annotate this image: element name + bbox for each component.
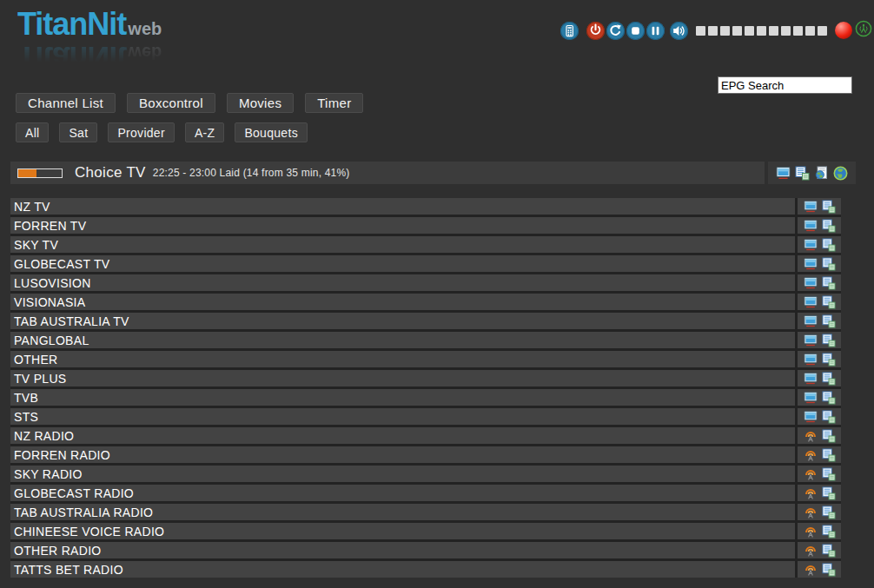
channel-name: SKY RADIO [14, 467, 83, 481]
filter-bouquets-button[interactable]: Bouquets [235, 122, 308, 142]
epg-list-icon[interactable] [822, 544, 836, 558]
stop-icon[interactable] [626, 22, 645, 40]
epg-list-icon[interactable] [822, 276, 836, 290]
epg-list-icon[interactable] [822, 200, 836, 214]
filter-sat-button[interactable]: Sat [59, 122, 97, 142]
epg-list-icon[interactable] [822, 391, 836, 405]
channel-name-cell[interactable]: PANGLOBAL [10, 332, 795, 348]
channel-name-cell[interactable]: LUSOVISION [10, 274, 795, 291]
channel-name-cell[interactable]: OTHER [10, 351, 795, 367]
epg-list-icon[interactable] [822, 295, 836, 309]
record-icon[interactable] [835, 22, 852, 39]
tv-icon[interactable] [804, 295, 818, 309]
radio-icon[interactable] [804, 525, 818, 538]
volume-square[interactable] [757, 26, 766, 36]
epg-list-icon[interactable] [822, 410, 836, 424]
epg-list-icon[interactable] [822, 505, 836, 519]
volume-square[interactable] [720, 26, 730, 36]
epg-list-icon[interactable] [822, 467, 836, 481]
channel-name-cell[interactable]: NZ RADIO [10, 427, 795, 444]
epg-list-icon[interactable] [822, 353, 836, 367]
volume-square[interactable] [781, 26, 791, 36]
epg-list-icon[interactable] [822, 448, 836, 462]
volume-square[interactable] [769, 26, 778, 36]
tv-icon[interactable] [804, 200, 818, 214]
epg-list-icon[interactable] [822, 429, 836, 443]
volume-square[interactable] [732, 26, 742, 36]
epg-list-icon[interactable] [795, 166, 810, 181]
tv-icon[interactable] [804, 257, 818, 271]
channel-name-cell[interactable]: TAB AUSTRALIA TV [10, 313, 795, 329]
epg-web-icon[interactable] [814, 166, 829, 181]
pause-icon[interactable] [646, 22, 665, 40]
tv-icon[interactable] [804, 391, 818, 405]
signal-icon[interactable] [855, 20, 872, 41]
volume-square[interactable] [793, 26, 803, 36]
epg-list-icon[interactable] [822, 372, 836, 386]
channel-name-cell[interactable]: TV PLUS [10, 370, 795, 386]
channel-name-cell[interactable]: CHINEESE VOICE RADIO [10, 523, 795, 539]
epg-list-icon[interactable] [822, 525, 836, 538]
refresh-icon[interactable] [606, 22, 625, 40]
channel-name-cell[interactable]: TATTS BET RADIO [10, 561, 795, 578]
radio-icon[interactable] [804, 544, 818, 558]
channel-name-cell[interactable]: GLOBECAST RADIO [10, 485, 795, 501]
channel-name-cell[interactable]: SKY TV [10, 236, 795, 253]
channel-name: FORREN TV [14, 219, 86, 233]
tv-icon[interactable] [804, 334, 818, 347]
channel-name-cell[interactable]: FORREN TV [10, 217, 795, 234]
nav-timer-button[interactable]: Timer [305, 93, 363, 113]
epg-search-input[interactable] [718, 76, 852, 94]
volume-square[interactable] [818, 26, 827, 36]
radio-icon[interactable] [804, 505, 818, 519]
channel-name-cell[interactable]: SKY RADIO [10, 466, 795, 482]
channel-name-cell[interactable]: FORREN RADIO [10, 446, 795, 463]
channel-name: TVB [14, 391, 38, 405]
web-globe-icon[interactable] [833, 166, 848, 181]
epg-list-icon[interactable] [822, 563, 836, 577]
tv-icon[interactable] [804, 276, 818, 290]
tv-icon[interactable] [804, 372, 818, 386]
nav-boxcontrol-button[interactable]: Boxcontrol [127, 93, 215, 113]
epg-list-icon[interactable] [822, 486, 836, 500]
tv-icon[interactable] [804, 238, 818, 252]
brand-sub: web [128, 19, 162, 38]
tv-icon[interactable] [804, 353, 818, 367]
channel-name-cell[interactable]: VISIONASIA [10, 294, 795, 310]
tv-icon[interactable] [804, 219, 818, 233]
epg-list-icon[interactable] [822, 219, 836, 233]
channel-icon-cell [798, 217, 841, 234]
radio-icon[interactable] [804, 448, 818, 462]
tv-screen-icon[interactable] [776, 166, 791, 181]
epg-list-icon[interactable] [822, 334, 836, 347]
radio-icon[interactable] [804, 429, 818, 443]
speaker-icon[interactable] [670, 22, 688, 40]
channel-name-cell[interactable]: TAB AUSTRALIA RADIO [10, 504, 795, 520]
epg-list-icon[interactable] [822, 257, 836, 271]
epg-list-icon[interactable] [822, 314, 836, 328]
tv-icon[interactable] [804, 410, 818, 424]
channel-name-cell[interactable]: TVB [10, 389, 795, 406]
tv-icon[interactable] [804, 314, 818, 328]
radio-icon[interactable] [804, 486, 818, 500]
nav-movies-button[interactable]: Movies [227, 93, 294, 113]
power-icon[interactable] [586, 22, 605, 40]
filter-all-button[interactable]: All [16, 122, 49, 142]
channel-name-cell[interactable]: OTHER RADIO [10, 542, 795, 558]
channel-name-cell[interactable]: STS [10, 408, 795, 425]
nav-channel-list-button[interactable]: Channel List [16, 93, 116, 113]
channel-row: OTHER RADIO [10, 542, 841, 558]
volume-square[interactable] [745, 26, 754, 36]
epg-list-icon[interactable] [822, 238, 836, 252]
remote-icon[interactable] [560, 22, 579, 40]
volume-square[interactable] [696, 26, 705, 36]
channel-name-cell[interactable]: GLOBECAST TV [10, 255, 795, 272]
volume-square[interactable] [805, 26, 815, 36]
radio-icon[interactable] [804, 467, 818, 481]
channel-name-cell[interactable]: NZ TV [10, 198, 795, 215]
channel-name: TATTS BET RADIO [14, 563, 123, 577]
filter-provider-button[interactable]: Provider [108, 122, 175, 142]
volume-square[interactable] [708, 26, 718, 36]
filter-az-button[interactable]: A-Z [185, 122, 224, 142]
radio-icon[interactable] [804, 563, 818, 577]
